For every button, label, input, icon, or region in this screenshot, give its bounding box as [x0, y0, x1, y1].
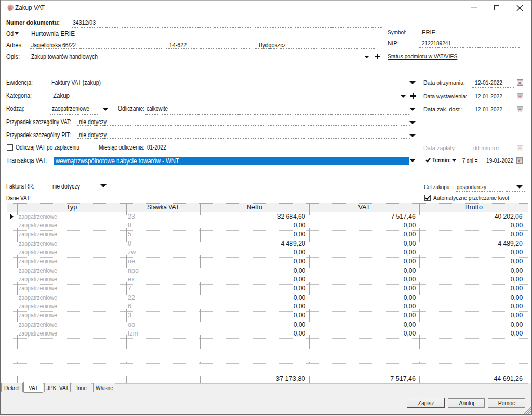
- svg-text:GT: GT: [8, 9, 12, 11]
